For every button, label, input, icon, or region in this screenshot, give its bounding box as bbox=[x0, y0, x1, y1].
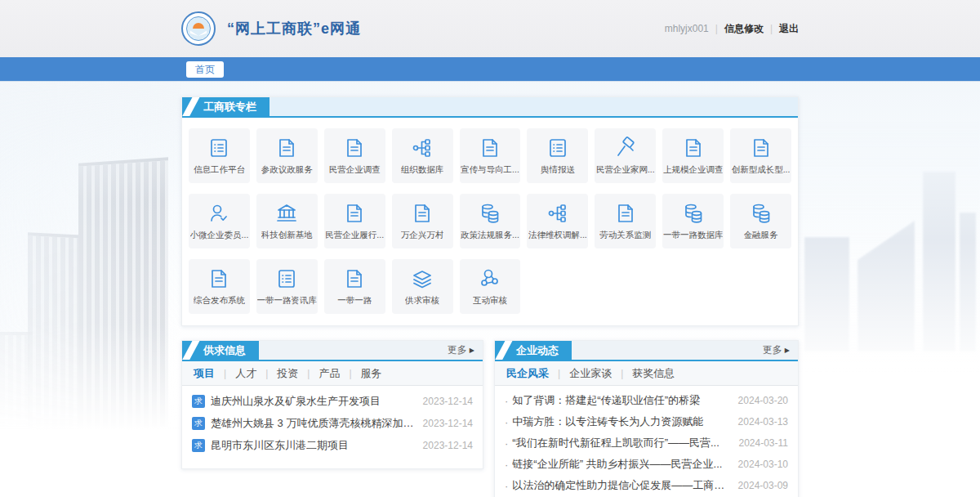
app-card[interactable]: 信息工作平台 bbox=[189, 128, 250, 183]
app-card-label: 综合发布系统 bbox=[194, 295, 245, 307]
special-column-panel: 工商联专栏 信息工作平台参政议政服务民营企业调查组织数据库宣传与导向工...舆情… bbox=[181, 96, 799, 326]
supply-list: 求迪庆州山泉水及矿泉水生产开发项目2023-12-14求楚雄州大姚县 3 万吨优… bbox=[182, 386, 483, 456]
list-item-title: 中瑞方胜：以专注铸专长为人力资源赋能 bbox=[512, 414, 729, 429]
supply-tab[interactable]: 人才 bbox=[234, 366, 258, 381]
site-logo-icon bbox=[181, 11, 216, 46]
app-card[interactable]: 民营企业履行... bbox=[324, 194, 385, 248]
database-icon bbox=[750, 202, 773, 225]
app-card[interactable]: 宣传与导向工... bbox=[460, 128, 521, 183]
supply-demand-title: 供求信息 bbox=[182, 341, 259, 360]
app-card[interactable]: 金融服务 bbox=[730, 194, 791, 248]
news-tabs: 民企风采|企业家谈|获奖信息 bbox=[495, 361, 798, 386]
file-icon bbox=[207, 267, 230, 290]
news-tab[interactable]: 民企风采 bbox=[505, 366, 550, 381]
app-card[interactable]: 法律维权调解... bbox=[527, 194, 588, 248]
bullet-dot-icon: · bbox=[505, 437, 508, 450]
demand-badge-icon: 求 bbox=[192, 417, 205, 430]
app-card[interactable]: 一带一路资讯库 bbox=[256, 259, 318, 314]
app-card-label: 互动审核 bbox=[473, 295, 507, 307]
supply-tab[interactable]: 产品 bbox=[317, 366, 341, 381]
app-card[interactable]: 舆情报送 bbox=[527, 128, 588, 183]
person-check-icon bbox=[207, 202, 230, 225]
tab-separator: | bbox=[558, 368, 560, 379]
bullet-dot-icon: · bbox=[505, 395, 508, 407]
supply-tab[interactable]: 投资 bbox=[275, 366, 300, 381]
app-card[interactable]: 创新型成长型... bbox=[730, 128, 791, 183]
tab-separator: | bbox=[265, 368, 268, 379]
app-card-label: 供求审核 bbox=[405, 295, 439, 307]
app-card[interactable]: 一带一路 bbox=[324, 259, 385, 314]
logout-link[interactable]: 退出 bbox=[779, 22, 799, 36]
supply-tab[interactable]: 服务 bbox=[359, 366, 384, 381]
app-card[interactable]: 综合发布系统 bbox=[189, 259, 250, 314]
file-icon bbox=[343, 137, 366, 159]
list-icon bbox=[546, 137, 569, 159]
app-card[interactable]: 劳动关系监测 bbox=[595, 194, 656, 248]
app-card[interactable]: 参政议政服务 bbox=[256, 128, 318, 183]
app-card[interactable]: 组织数据库 bbox=[392, 128, 453, 183]
site-title: “网上工商联”e网通 bbox=[227, 19, 361, 38]
list-item-title: 昆明市东川区东川港二期项目 bbox=[211, 438, 415, 453]
file-icon bbox=[614, 202, 637, 225]
file-icon bbox=[750, 137, 773, 159]
main-navbar: 首页 bbox=[0, 57, 980, 82]
right-skyline-photo bbox=[788, 123, 980, 384]
network-icon bbox=[479, 267, 501, 290]
list-item-date: 2024-03-20 bbox=[738, 395, 788, 406]
supply-list-item[interactable]: 求迪庆州山泉水及矿泉水生产开发项目2023-12-14 bbox=[192, 390, 473, 412]
news-list-item[interactable]: ·“我们在新时代新征程上凯歌而行”——民营...2024-03-11 bbox=[505, 432, 788, 454]
username: mhlyjx001 bbox=[665, 23, 709, 34]
more-arrow-icon: ▶ bbox=[470, 347, 474, 354]
enterprise-news-title: 企业动态 bbox=[495, 341, 572, 360]
bank-icon bbox=[275, 202, 298, 225]
supply-demand-panel: 供求信息 更多 ▶ 项目|人才|投资|产品|服务 求迪庆州山泉水及矿泉水生产开发… bbox=[181, 340, 483, 469]
list-item-title: “我们在新时代新征程上凯歌而行”——民营... bbox=[512, 436, 730, 450]
database-icon bbox=[479, 202, 501, 225]
app-card[interactable]: 民营企业家网... bbox=[595, 128, 656, 183]
bullet-dot-icon: · bbox=[505, 480, 508, 492]
app-card[interactable]: 互动审核 bbox=[460, 259, 521, 314]
news-more-link[interactable]: 更多 ▶ bbox=[763, 341, 798, 360]
file-icon bbox=[343, 202, 366, 225]
supply-list-item[interactable]: 求昆明市东川区东川港二期项目2023-12-14 bbox=[192, 434, 473, 456]
user-box: mhlyjx001 | 信息修改 | 退出 bbox=[665, 22, 799, 36]
supply-more-link[interactable]: 更多 ▶ bbox=[448, 341, 483, 360]
news-list-item[interactable]: ·链接“企业所能” 共助乡村振兴——民营企业...2024-03-10 bbox=[505, 454, 788, 475]
list-item-date: 2023-12-14 bbox=[423, 396, 473, 407]
tab-separator: | bbox=[621, 368, 623, 379]
app-card-label: 舆情报送 bbox=[541, 164, 575, 176]
modify-info-link[interactable]: 信息修改 bbox=[724, 22, 764, 36]
app-card[interactable]: 万企兴万村 bbox=[392, 194, 453, 248]
list-item-title: 迪庆州山泉水及矿泉水生产开发项目 bbox=[211, 394, 415, 409]
app-card[interactable]: 一带一路数据库 bbox=[662, 194, 724, 248]
app-card[interactable]: 科技创新基地 bbox=[256, 194, 318, 248]
file-icon bbox=[682, 137, 705, 159]
list-item-title: 知了背调：搭建起“传递职业信任”的桥梁 bbox=[512, 393, 729, 408]
supply-list-item[interactable]: 求楚雄州大姚县 3 万吨优质薄壳核桃精深加工及科...2023-12-14 bbox=[192, 412, 473, 434]
supply-tab[interactable]: 项目 bbox=[192, 366, 216, 381]
main-content: 工商联专栏 信息工作平台参政议政服务民营企业调查组织数据库宣传与导向工...舆情… bbox=[181, 96, 799, 497]
app-card[interactable]: 民营企业调查 bbox=[324, 128, 385, 183]
file-icon bbox=[275, 137, 298, 159]
app-grid: 信息工作平台参政议政服务民营企业调查组织数据库宣传与导向工...舆情报送民营企业… bbox=[182, 118, 798, 325]
list-item-date: 2024-03-09 bbox=[738, 480, 788, 491]
special-column-header: 工商联专栏 bbox=[182, 97, 798, 118]
news-tab[interactable]: 获奖信息 bbox=[630, 366, 676, 381]
news-list-item[interactable]: ·中瑞方胜：以专注铸专长为人力资源赋能2024-03-13 bbox=[505, 411, 788, 432]
app-card-label: 宣传与导向工... bbox=[461, 164, 519, 176]
list-icon bbox=[275, 267, 298, 290]
list-item-date: 2023-12-14 bbox=[423, 418, 473, 429]
app-card-label: 信息工作平台 bbox=[194, 164, 245, 176]
app-card[interactable]: 小微企业委员... bbox=[189, 194, 250, 248]
bullet-dot-icon: · bbox=[505, 416, 508, 428]
news-tab[interactable]: 企业家谈 bbox=[568, 366, 613, 381]
app-card[interactable]: 供求审核 bbox=[392, 259, 453, 314]
news-list-item[interactable]: ·知了背调：搭建起“传递职业信任”的桥梁2024-03-20 bbox=[505, 390, 788, 411]
app-card-label: 一带一路资讯库 bbox=[257, 295, 318, 307]
app-card[interactable]: 政策法规服务... bbox=[460, 194, 521, 248]
app-card-label: 法律维权调解... bbox=[528, 230, 587, 241]
nav-home-button[interactable]: 首页 bbox=[186, 61, 224, 78]
app-card[interactable]: 上规模企业调查 bbox=[662, 128, 724, 183]
list-item-title: 链接“企业所能” 共助乡村振兴——民营企业... bbox=[512, 457, 729, 472]
news-list-item[interactable]: ·以法治的确定性助力提信心促发展——工商联...2024-03-09 bbox=[505, 475, 788, 496]
